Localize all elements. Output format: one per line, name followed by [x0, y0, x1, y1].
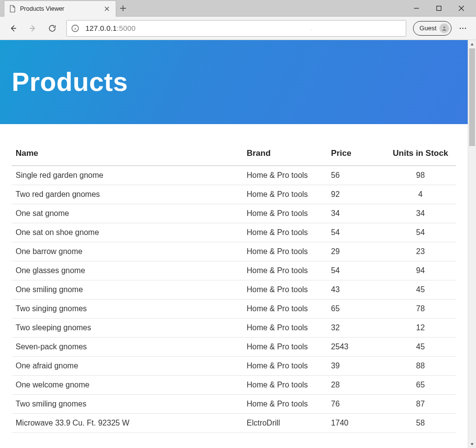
- profile-guest-button[interactable]: Guest: [413, 21, 452, 36]
- table-row: Seven-pack gnomesHome & Pro tools254345: [12, 338, 456, 357]
- cell-stock: 54: [385, 223, 456, 242]
- cell-price: 56: [327, 166, 385, 185]
- cell-price: 54: [327, 223, 385, 242]
- cell-stock: 94: [385, 261, 456, 280]
- scroll-up-button[interactable]: [468, 40, 476, 48]
- cell-name: One sat gnome: [12, 204, 243, 223]
- col-header-price: Price: [327, 140, 385, 166]
- table-row: Two red garden gnomesHome & Pro tools924: [12, 185, 456, 204]
- cell-stock: 4: [385, 185, 456, 204]
- scroll-track[interactable]: [468, 48, 476, 440]
- cell-price: 34: [327, 204, 385, 223]
- address-bar[interactable]: 127.0.0.1:5000: [66, 20, 406, 37]
- url-host: 127.0.0.1: [85, 24, 117, 32]
- cell-name: Two red garden gnomes: [12, 185, 243, 204]
- cell-brand: Home & Pro tools: [243, 338, 327, 357]
- table-row: Microwave 33.9 Cu. Ft. 92325 WElctroDril…: [12, 414, 456, 433]
- table-row: One sat on shoe gnomeHome & Pro tools545…: [12, 223, 456, 242]
- cell-name: One sat on shoe gnome: [12, 223, 243, 242]
- col-header-name: Name: [12, 140, 243, 166]
- nav-refresh-button[interactable]: [43, 19, 62, 38]
- cell-brand: Home & Pro tools: [243, 376, 327, 395]
- table-row: One barrow gnomeHome & Pro tools2923: [12, 242, 456, 261]
- window-maximize-button[interactable]: [432, 1, 446, 15]
- cell-stock: 78: [385, 299, 456, 319]
- col-header-stock: Units in Stock: [385, 140, 456, 166]
- cell-brand: Home & Pro tools: [243, 185, 327, 204]
- cell-price: 32: [327, 319, 385, 338]
- window-controls: [410, 0, 474, 17]
- nav-back-button[interactable]: [4, 19, 22, 38]
- cell-brand: Home & Pro tools: [243, 319, 327, 338]
- file-icon: [8, 5, 16, 13]
- cell-name: Two singing gnomes: [12, 299, 243, 319]
- svg-point-4: [462, 27, 463, 28]
- svg-point-2: [443, 26, 445, 28]
- site-info-icon[interactable]: [71, 24, 80, 33]
- tab-close-button[interactable]: [103, 5, 111, 13]
- cell-price: 43: [327, 280, 385, 299]
- cell-name: Two smiling gnomes: [12, 395, 243, 414]
- url-port: :5000: [117, 24, 136, 32]
- cell-brand: Home & Pro tools: [243, 204, 327, 223]
- browser-toolbar: 127.0.0.1:5000 Guest: [0, 17, 476, 40]
- col-header-brand: Brand: [243, 140, 327, 166]
- table-header-row: Name Brand Price Units in Stock: [12, 140, 456, 166]
- scroll-thumb[interactable]: [469, 48, 475, 146]
- cell-brand: Home & Pro tools: [243, 242, 327, 261]
- cell-stock: 12: [385, 319, 456, 338]
- cell-price: 65: [327, 299, 385, 319]
- cell-brand: Home & Pro tools: [243, 166, 327, 185]
- table-row: One welcome gnomeHome & Pro tools2865: [12, 376, 456, 395]
- text-cursor-icon: [311, 24, 311, 34]
- cell-name: Two sleeping gnomes: [12, 319, 243, 338]
- window-titlebar: Products Viewer: [0, 0, 476, 17]
- cell-price: 76: [327, 395, 385, 414]
- profile-label: Guest: [419, 24, 436, 32]
- cell-name: One afraid gnome: [12, 357, 243, 376]
- window-close-button[interactable]: [455, 1, 468, 15]
- cell-stock: 34: [385, 204, 456, 223]
- more-menu-button[interactable]: [454, 19, 472, 38]
- cell-brand: Home & Pro tools: [243, 395, 327, 414]
- cell-name: One barrow gnome: [12, 242, 243, 261]
- cell-stock: 58: [385, 414, 456, 433]
- window-minimize-button[interactable]: [410, 1, 423, 15]
- cell-price: 2543: [327, 338, 385, 357]
- table-row: One smiling gnomeHome & Pro tools4345: [12, 280, 456, 299]
- tab-title: Products Viewer: [20, 5, 103, 12]
- avatar-icon: [439, 23, 449, 33]
- cell-price: 39: [327, 357, 385, 376]
- cell-stock: 23: [385, 242, 456, 261]
- cell-name: One welcome gnome: [12, 376, 243, 395]
- cell-price: 54: [327, 261, 385, 280]
- scroll-down-button[interactable]: [468, 440, 476, 448]
- table-row: One glasses gnomeHome & Pro tools5494: [12, 261, 456, 280]
- cell-stock: 45: [385, 338, 456, 357]
- table-row: Two sleeping gnomesHome & Pro tools3212: [12, 319, 456, 338]
- cell-stock: 65: [385, 376, 456, 395]
- cell-brand: Home & Pro tools: [243, 357, 327, 376]
- cell-name: One glasses gnome: [12, 261, 243, 280]
- cell-brand: ElctroDrill: [243, 414, 327, 433]
- vertical-scrollbar[interactable]: [468, 40, 476, 448]
- new-tab-button[interactable]: [116, 0, 130, 16]
- url-text: 127.0.0.1:5000: [85, 24, 136, 32]
- cell-stock: 45: [385, 280, 456, 299]
- cell-price: 1740: [327, 414, 385, 433]
- cell-brand: Home & Pro tools: [243, 280, 327, 299]
- cell-name: One smiling gnome: [12, 280, 243, 299]
- cell-name: Microwave 33.9 Cu. Ft. 92325 W: [12, 414, 243, 433]
- page-content: Products Name Brand Price Units in Stock…: [0, 40, 468, 448]
- cell-price: 29: [327, 242, 385, 261]
- svg-point-5: [465, 27, 466, 28]
- cell-brand: Home & Pro tools: [243, 299, 327, 319]
- browser-tab[interactable]: Products Viewer: [4, 0, 116, 17]
- viewport: Products Name Brand Price Units in Stock…: [0, 40, 476, 448]
- nav-forward-button[interactable]: [23, 19, 42, 38]
- svg-rect-0: [437, 6, 441, 11]
- cell-stock: 98: [385, 166, 456, 185]
- table-row: Two singing gnomesHome & Pro tools6578: [12, 299, 456, 319]
- svg-point-3: [460, 27, 461, 28]
- page-hero: Products: [0, 40, 468, 124]
